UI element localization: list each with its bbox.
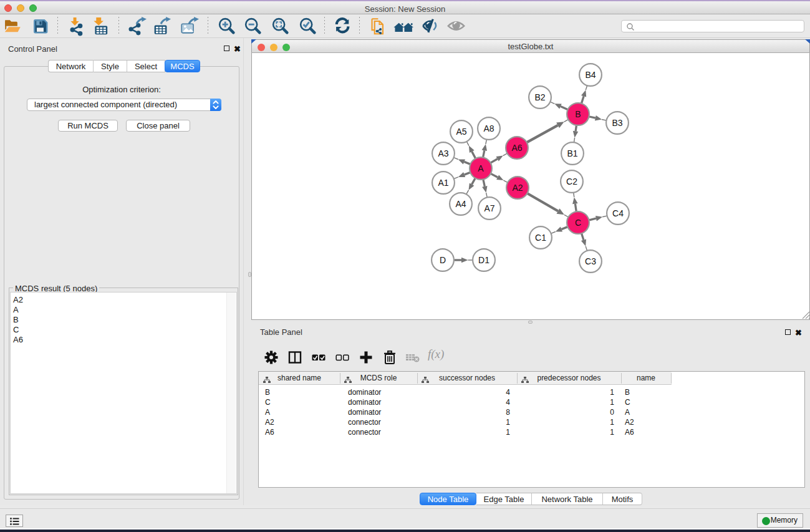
svg-text:A5: A5	[456, 127, 466, 137]
svg-text:C2: C2	[566, 177, 577, 186]
svg-text:A6: A6	[511, 143, 522, 153]
svg-text:B: B	[575, 109, 581, 119]
svg-text:D1: D1	[478, 255, 489, 265]
svg-text:A: A	[478, 163, 484, 173]
svg-text:A1: A1	[438, 178, 448, 188]
svg-text:C1: C1	[535, 233, 546, 243]
svg-text:A3: A3	[438, 148, 448, 158]
svg-text:C4: C4	[612, 208, 624, 218]
svg-text:D: D	[439, 255, 445, 265]
svg-text:B1: B1	[567, 148, 577, 158]
svg-text:A4: A4	[455, 199, 466, 209]
svg-text:A2: A2	[512, 183, 523, 193]
svg-text:B2: B2	[534, 92, 545, 102]
svg-text:C: C	[574, 218, 581, 228]
svg-text:A7: A7	[484, 203, 494, 213]
svg-text:B3: B3	[612, 118, 622, 128]
svg-text:C3: C3	[585, 256, 596, 266]
svg-text:A8: A8	[483, 123, 494, 133]
svg-text:B4: B4	[585, 70, 595, 80]
